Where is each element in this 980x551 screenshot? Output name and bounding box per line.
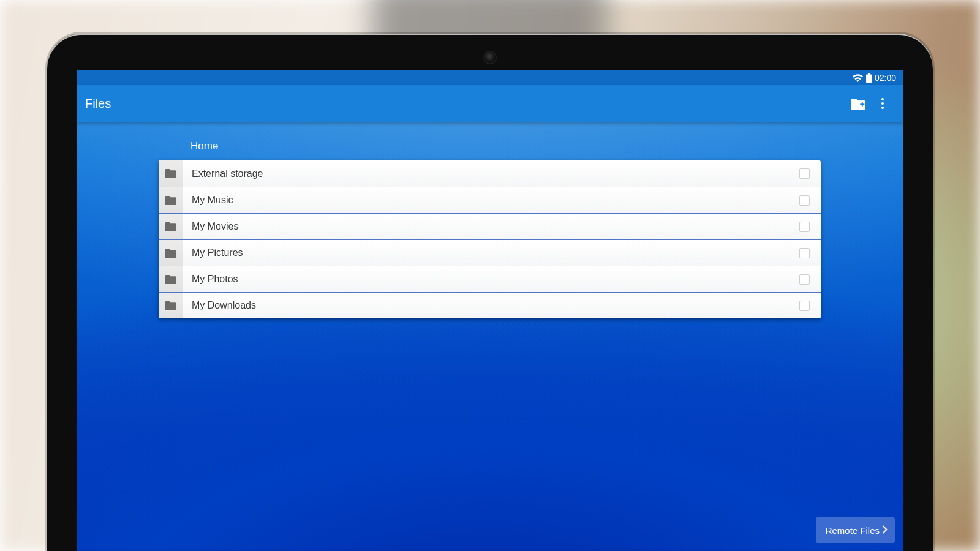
folder-checkbox[interactable] — [799, 222, 810, 232]
folder-icon — [159, 187, 183, 213]
folder-row[interactable]: My Movies — [159, 213, 821, 239]
folder-checkbox[interactable] — [799, 195, 810, 206]
tablet-frame: 02:00 Files Home External storageMy Musi… — [47, 34, 933, 551]
folder-label: My Downloads — [183, 300, 799, 311]
svg-point-4 — [881, 107, 884, 109]
overflow-menu-button[interactable] — [870, 91, 895, 116]
folder-label: My Photos — [183, 274, 799, 285]
folder-icon — [159, 214, 183, 239]
chevron-right-icon — [882, 525, 888, 536]
folder-icon — [159, 266, 183, 292]
svg-rect-1 — [862, 102, 863, 107]
folder-row[interactable]: External storage — [159, 160, 821, 187]
folder-checkbox[interactable] — [799, 301, 810, 311]
folder-checkbox[interactable] — [799, 248, 810, 258]
front-camera — [484, 52, 496, 63]
breadcrumb[interactable]: Home — [190, 140, 218, 152]
tablet-screen: 02:00 Files Home External storageMy Musi… — [77, 70, 903, 551]
new-folder-button[interactable] — [846, 91, 870, 116]
folder-row[interactable]: My Downloads — [159, 292, 821, 318]
folder-label: My Pictures — [183, 247, 799, 258]
folder-row[interactable]: My Music — [159, 187, 821, 213]
folder-icon — [159, 240, 183, 266]
wifi-icon — [853, 74, 863, 82]
folder-label: External storage — [183, 168, 799, 179]
folder-list: External storageMy MusicMy MoviesMy Pict… — [159, 160, 821, 318]
svg-point-2 — [881, 98, 884, 100]
main-panel: Home External storageMy MusicMy MoviesMy… — [77, 122, 903, 551]
svg-point-3 — [881, 102, 884, 105]
folder-row[interactable]: My Photos — [159, 266, 821, 292]
folder-label: My Movies — [183, 221, 799, 232]
app-bar-title: Files — [85, 97, 111, 111]
folder-row[interactable]: My Pictures — [159, 239, 821, 266]
status-time: 02:00 — [875, 73, 896, 83]
folder-icon — [159, 293, 183, 318]
folder-checkbox[interactable] — [799, 274, 810, 285]
folder-label: My Music — [183, 195, 799, 206]
remote-files-label: Remote Files — [826, 525, 880, 536]
folder-checkbox[interactable] — [799, 168, 810, 179]
battery-icon — [866, 73, 872, 83]
app-bar: Files — [77, 85, 903, 122]
remote-files-button[interactable]: Remote Files — [816, 517, 895, 543]
folder-icon — [159, 160, 183, 187]
status-bar: 02:00 — [77, 70, 903, 85]
